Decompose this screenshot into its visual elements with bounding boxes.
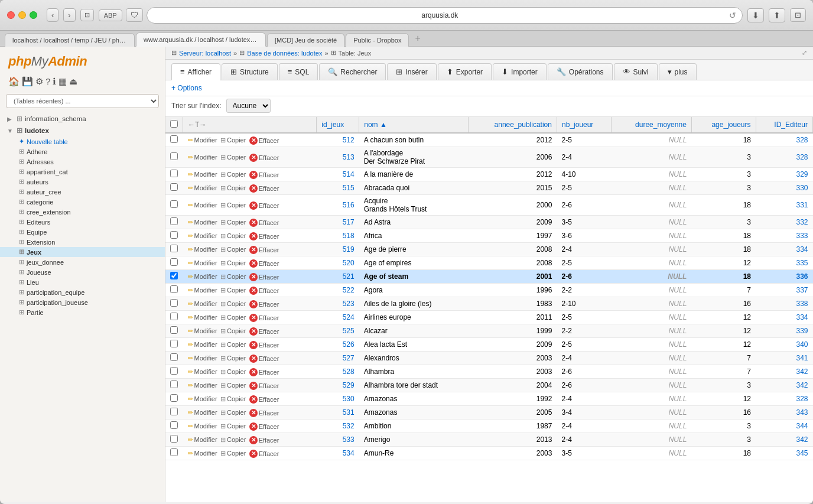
row-checkbox[interactable] [170, 421, 178, 429]
row-checkbox[interactable] [170, 448, 178, 456]
modifier-link[interactable]: ✏ Modifier [188, 246, 217, 253]
copier-link[interactable]: ⊞ Copier [220, 450, 246, 457]
sidebar-table-jeux-donnee[interactable]: ⊞ jeux_donnee [0, 257, 165, 267]
tab-inserer[interactable]: ⊞ Insérer [387, 63, 436, 80]
modifier-link[interactable]: ✏ Modifier [188, 450, 217, 457]
copier-link[interactable]: ⊞ Copier [220, 184, 246, 192]
tab-plus[interactable]: ▾ plus [659, 63, 697, 80]
copier-link[interactable]: ⊞ Copier [220, 259, 246, 267]
fullscreen-button[interactable]: ⊡ [790, 8, 806, 22]
modifier-link[interactable]: ✏ Modifier [188, 171, 217, 178]
console-icon[interactable]: ▦ [58, 76, 67, 87]
index-filter-select[interactable]: Aucune [226, 99, 271, 113]
address-bar[interactable]: arquusia.dk ↺ [147, 7, 743, 24]
sidebar-table-lieu[interactable]: ⊞ Lieu [0, 277, 165, 287]
copier-link[interactable]: ⊞ Copier [220, 409, 246, 417]
effacer-link[interactable]: ✕ Effacer [249, 368, 279, 376]
copier-link[interactable]: ⊞ Copier [220, 232, 246, 240]
effacer-link[interactable]: ✕ Effacer [249, 327, 279, 336]
save-icon[interactable]: 💾 [22, 76, 33, 87]
browser-tab-2[interactable]: www.arquusia.dk / localhost / ludotex / … [136, 32, 266, 47]
sidebar-table-cree-extension[interactable]: ⊞ cree_extension [0, 207, 165, 217]
effacer-link[interactable]: ✕ Effacer [249, 171, 279, 179]
row-checkbox[interactable] [170, 183, 178, 191]
row-checkbox[interactable] [170, 245, 178, 252]
tab-suivi[interactable]: 👁 Suivi [614, 63, 658, 80]
sidebar-table-auteur-cree[interactable]: ⊞ auteur_cree [0, 187, 165, 197]
close-button[interactable] [7, 11, 15, 19]
row-checkbox[interactable] [170, 135, 178, 143]
minimize-button[interactable] [18, 11, 26, 19]
sidebar-table-categorie[interactable]: ⊞ categorie [0, 197, 165, 207]
copier-link[interactable]: ⊞ Copier [220, 368, 246, 376]
effacer-link[interactable]: ✕ Effacer [249, 246, 279, 254]
abp-button[interactable]: ABP [99, 9, 122, 21]
modifier-link[interactable]: ✏ Modifier [188, 300, 217, 308]
back-button[interactable]: ‹ [47, 8, 58, 22]
effacer-link[interactable]: ✕ Effacer [249, 395, 279, 404]
modifier-link[interactable]: ✏ Modifier [188, 154, 217, 161]
copier-link[interactable]: ⊞ Copier [220, 395, 246, 403]
modifier-link[interactable]: ✏ Modifier [188, 341, 217, 349]
effacer-link[interactable]: ✕ Effacer [249, 341, 279, 349]
copier-link[interactable]: ⊞ Copier [220, 246, 246, 253]
sidebar-table-adresses[interactable]: ⊞ Adresses [0, 157, 165, 167]
copier-link[interactable]: ⊞ Copier [220, 314, 246, 321]
modifier-link[interactable]: ✏ Modifier [188, 368, 217, 376]
row-checkbox[interactable] [170, 231, 178, 239]
col-duree[interactable]: duree_moyenne [612, 117, 692, 133]
modifier-link[interactable]: ✏ Modifier [188, 355, 217, 362]
browser-tab-1[interactable]: localhost / localhost / temp / JEU / php… [5, 33, 135, 47]
row-checkbox[interactable] [170, 381, 178, 388]
tab-operations[interactable]: 🔧 Opérations [548, 63, 613, 80]
tab-sql[interactable]: ≡ SQL [279, 63, 318, 80]
effacer-link[interactable]: ✕ Effacer [249, 154, 279, 162]
copier-link[interactable]: ⊞ Copier [220, 355, 246, 362]
copier-link[interactable]: ⊞ Copier [220, 201, 246, 209]
tab-exporter[interactable]: ⬆ Exporter [438, 63, 492, 80]
modifier-link[interactable]: ✏ Modifier [188, 287, 217, 294]
col-nb-joueur[interactable]: nb_joueur [557, 117, 611, 133]
sidebar-table-appartient-cat[interactable]: ⊞ appartient_cat [0, 167, 165, 177]
copier-link[interactable]: ⊞ Copier [220, 136, 246, 144]
options-link[interactable]: + Options [171, 84, 202, 92]
shield-button[interactable]: 🛡 [126, 8, 143, 22]
copier-link[interactable]: ⊞ Copier [220, 171, 246, 178]
row-checkbox[interactable] [170, 299, 178, 307]
col-editeur-link[interactable]: ID_Editeur [774, 121, 808, 129]
row-checkbox[interactable] [170, 170, 178, 177]
copier-link[interactable]: ⊞ Copier [220, 436, 246, 444]
effacer-link[interactable]: ✕ Effacer [249, 382, 279, 390]
exit-icon[interactable]: ⏏ [69, 76, 77, 87]
col-nb-link[interactable]: nb_joueur [562, 121, 593, 129]
row-checkbox[interactable] [170, 367, 178, 375]
row-checkbox[interactable] [170, 217, 178, 225]
copier-link[interactable]: ⊞ Copier [220, 327, 246, 335]
row-checkbox[interactable] [170, 285, 178, 293]
tab-importer[interactable]: ⬇ Importer [493, 63, 547, 80]
modifier-link[interactable]: ✏ Modifier [188, 395, 217, 403]
maximize-button[interactable] [30, 11, 37, 19]
row-checkbox[interactable] [170, 200, 178, 208]
copier-link[interactable]: ⊞ Copier [220, 300, 246, 308]
modifier-link[interactable]: ✏ Modifier [188, 273, 217, 281]
row-checkbox[interactable] [170, 326, 178, 334]
row-checkbox[interactable] [170, 340, 178, 347]
sidebar-table-extension[interactable]: ⊞ Extension [0, 237, 165, 247]
database-link[interactable]: Base de données: ludotex [247, 50, 322, 57]
copier-link[interactable]: ⊞ Copier [220, 287, 246, 294]
browser-tab-4[interactable]: Public - Dropbox [346, 33, 409, 47]
home-icon[interactable]: 🏠 [8, 76, 19, 87]
col-annee-link[interactable]: annee_publication [495, 121, 552, 129]
sidebar-table-editeurs[interactable]: ⊞ Editeurs [0, 217, 165, 227]
sidebar-table-auteurs[interactable]: ⊞ auteurs [0, 177, 165, 187]
new-tab-button[interactable]: + [410, 31, 425, 46]
copier-link[interactable]: ⊞ Copier [220, 273, 246, 281]
effacer-link[interactable]: ✕ Effacer [249, 201, 279, 210]
row-checkbox[interactable] [170, 353, 178, 361]
download-button[interactable]: ⬇ [747, 8, 764, 22]
effacer-link[interactable]: ✕ Effacer [249, 300, 279, 308]
settings-icon[interactable]: ⚙ [35, 76, 43, 87]
db-item-information-schema[interactable]: ▶ ⊞ information_schema [0, 113, 165, 125]
info-icon[interactable]: ℹ [53, 76, 56, 87]
